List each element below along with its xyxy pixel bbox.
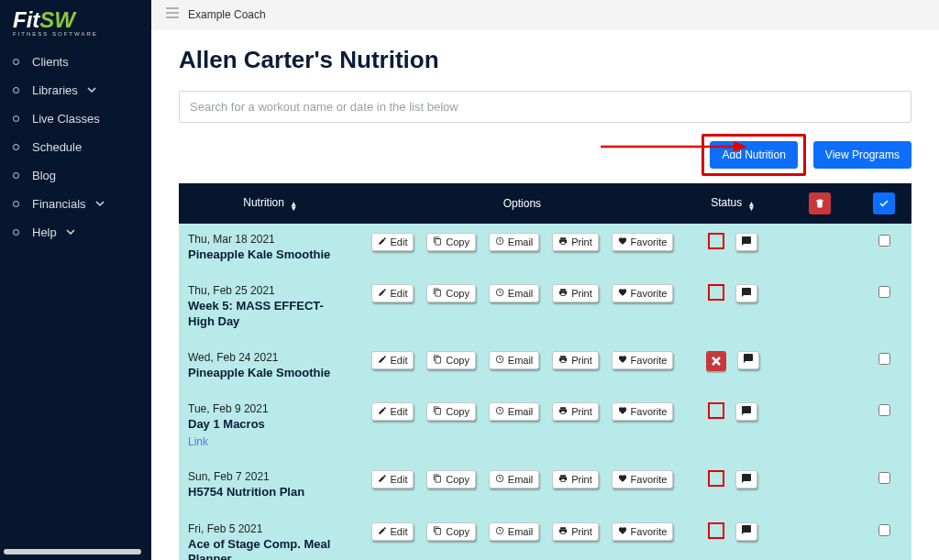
nutrition-table: Nutrition ▲▼ Options Status ▲▼ <box>179 183 911 560</box>
row-date: Thu, Feb 25 2021 <box>188 284 353 297</box>
favorite-button[interactable]: Favorite <box>612 351 674 369</box>
heart-icon <box>618 236 627 247</box>
sidebar-item-blog[interactable]: Blog <box>0 161 151 190</box>
favorite-button[interactable]: Favorite <box>612 284 674 302</box>
edit-button[interactable]: Edit <box>371 522 414 541</box>
status-open-icon[interactable] <box>708 233 724 249</box>
header-nutrition[interactable]: Nutrition ▲▼ <box>179 183 362 224</box>
search-input[interactable] <box>179 91 911 123</box>
edit-icon <box>378 406 387 417</box>
email-button[interactable]: Email <box>489 233 540 251</box>
comment-button[interactable] <box>735 402 757 421</box>
comment-button[interactable] <box>735 522 757 541</box>
email-button[interactable]: Email <box>489 470 540 489</box>
email-button[interactable]: Email <box>489 351 540 369</box>
comment-button[interactable] <box>735 284 757 302</box>
email-button[interactable]: Email <box>489 402 540 421</box>
sidebar-item-financials[interactable]: Financials <box>0 190 151 218</box>
email-button[interactable]: Email <box>489 522 540 541</box>
copy-button[interactable]: Copy <box>426 402 476 421</box>
copy-button[interactable]: Copy <box>426 351 476 369</box>
nutrition-cell: Thu, Mar 18 2021Pineapple Kale Smoothie <box>179 224 362 275</box>
heart-icon <box>618 406 627 417</box>
opt-label: Email <box>508 474 534 485</box>
opt-label: Favorite <box>631 288 668 299</box>
copy-button[interactable]: Copy <box>426 470 476 489</box>
edit-button[interactable]: Edit <box>371 284 414 302</box>
row-date: Tue, Feb 9 2021 <box>188 402 353 415</box>
row-checkbox[interactable] <box>878 235 890 247</box>
row-title: H5754 Nutrition Plan <box>188 485 353 500</box>
email-button[interactable]: Email <box>489 284 540 302</box>
bulk-check-button[interactable] <box>873 192 895 214</box>
print-button[interactable]: Print <box>552 522 599 541</box>
favorite-button[interactable]: Favorite <box>612 233 674 251</box>
header-check <box>856 183 911 224</box>
nav-bullet-icon <box>13 115 19 122</box>
nav-bullet-icon <box>13 229 19 236</box>
sidebar-item-live-classes[interactable]: Live Classes <box>0 104 151 133</box>
favorite-button[interactable]: Favorite <box>612 470 674 489</box>
row-checkbox[interactable] <box>878 353 890 365</box>
copy-button[interactable]: Copy <box>426 233 476 251</box>
svg-marker-1 <box>734 141 747 152</box>
comment-button[interactable] <box>737 351 759 369</box>
edit-icon <box>378 236 387 247</box>
opt-label: Print <box>571 526 592 537</box>
copy-icon <box>433 236 442 247</box>
comment-button[interactable] <box>735 470 757 489</box>
table-row: Thu, Feb 25 2021Week 5: MASS EFFECT- Hig… <box>179 275 911 342</box>
sidebar-item-schedule[interactable]: Schedule <box>0 133 151 161</box>
edit-button[interactable]: Edit <box>371 351 414 369</box>
copy-button[interactable]: Copy <box>426 284 476 302</box>
print-button[interactable]: Print <box>552 402 599 421</box>
status-open-icon[interactable] <box>708 522 724 539</box>
sidebar-item-clients[interactable]: Clients <box>0 48 151 76</box>
hamburger-icon[interactable] <box>166 7 179 21</box>
print-button[interactable]: Print <box>552 233 599 251</box>
table-row: Sun, Feb 7 2021H5754 Nutrition PlanEditC… <box>179 461 911 512</box>
row-checkbox[interactable] <box>878 472 890 484</box>
page-title: Allen Carter's Nutrition <box>179 46 911 74</box>
nav-bullet-icon <box>13 59 19 65</box>
trash-cell <box>783 224 856 275</box>
edit-button[interactable]: Edit <box>371 402 414 421</box>
status-open-icon[interactable] <box>708 402 724 419</box>
opt-label: Edit <box>391 526 408 537</box>
comment-icon <box>741 287 752 301</box>
edit-button[interactable]: Edit <box>371 233 414 251</box>
comment-icon <box>741 236 752 249</box>
row-checkbox[interactable] <box>878 286 890 298</box>
opt-label: Edit <box>391 406 408 417</box>
sort-icon: ▲▼ <box>748 202 756 211</box>
view-programs-button[interactable]: View Programs <box>813 141 911 169</box>
row-checkbox[interactable] <box>878 404 890 416</box>
print-icon <box>558 355 568 366</box>
favorite-button[interactable]: Favorite <box>612 402 674 421</box>
options-cell: EditCopyEmailPrintFavorite <box>362 224 683 275</box>
status-cell <box>682 393 783 461</box>
chevron-down-icon <box>87 83 96 97</box>
copy-button[interactable]: Copy <box>426 522 476 541</box>
print-button[interactable]: Print <box>552 351 599 369</box>
opt-label: Copy <box>446 406 470 417</box>
header-status[interactable]: Status ▲▼ <box>682 183 783 224</box>
status-open-icon[interactable] <box>708 284 724 301</box>
row-checkbox[interactable] <box>878 524 890 536</box>
edit-button[interactable]: Edit <box>371 470 414 489</box>
comment-button[interactable] <box>735 233 757 251</box>
favorite-button[interactable]: Favorite <box>612 522 674 541</box>
horizontal-scrollbar[interactable] <box>4 549 141 555</box>
sidebar-item-libraries[interactable]: Libraries <box>0 76 151 104</box>
nav-bullet-icon <box>13 201 19 207</box>
sidebar-item-help[interactable]: Help <box>0 218 151 247</box>
select-cell <box>856 513 911 561</box>
bulk-delete-button[interactable] <box>809 192 831 214</box>
row-link[interactable]: Link <box>188 435 353 448</box>
status-open-icon[interactable] <box>708 470 724 487</box>
print-icon <box>558 526 568 537</box>
logo: FitSW FITNESS SOFTWARE <box>0 0 151 44</box>
status-x-icon[interactable] <box>706 351 726 371</box>
print-button[interactable]: Print <box>552 470 599 489</box>
print-button[interactable]: Print <box>552 284 599 302</box>
